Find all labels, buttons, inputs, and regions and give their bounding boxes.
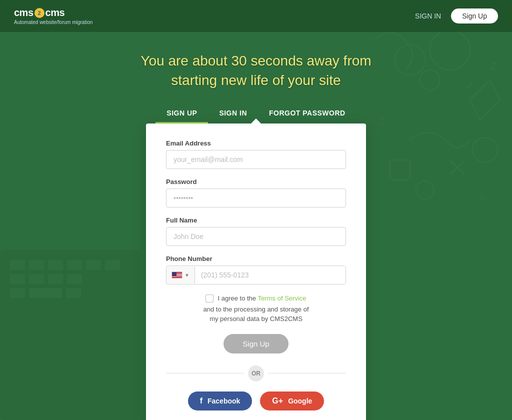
header-signup-button[interactable]: Sign Up	[451, 8, 498, 24]
fullname-group: Full Name	[166, 216, 346, 246]
tos-link[interactable]: Terms of Service	[258, 294, 306, 302]
tos-text: I agree to the Terms of Service	[218, 294, 306, 304]
tab-bar: SIGN UP SIGN IN FORGOT PASSWORD	[156, 104, 356, 124]
logo-tagline: Automated website/forum migration	[14, 20, 92, 25]
hero-title-line2: starting new life of your site	[171, 72, 340, 88]
fullname-label: Full Name	[166, 216, 346, 224]
or-line-right	[268, 373, 346, 374]
tos-text-1: I agree to the	[218, 294, 258, 302]
tos-section: I agree to the Terms of Service and to t…	[166, 294, 346, 324]
or-divider: OR	[166, 366, 346, 382]
hero-title: You are about 30 seconds away from start…	[140, 51, 371, 90]
password-input[interactable]	[166, 188, 346, 208]
us-flag-icon	[172, 272, 182, 278]
logo-cms2: cms	[46, 7, 65, 18]
tos-text-3: my personal data by CMS2CMS	[210, 314, 302, 324]
or-line-left	[166, 373, 244, 374]
email-input[interactable]	[166, 150, 346, 169]
google-icon: G+	[272, 396, 283, 406]
main-content: You are about 30 seconds away from start…	[0, 32, 512, 420]
password-label: Password	[166, 178, 346, 186]
phone-label: Phone Number	[166, 255, 346, 262]
logo-text: cms 2 cms	[14, 7, 92, 18]
phone-input-wrapper: ▼	[166, 266, 346, 284]
tab-forgot-password[interactable]: FORGOT PASSWORD	[258, 104, 356, 124]
facebook-label: Facebook	[208, 397, 240, 405]
email-label: Email Address	[166, 140, 346, 147]
email-group: Email Address	[166, 140, 346, 169]
social-buttons: f Facebook G+ Google	[166, 392, 346, 410]
logo-cms1: cms	[14, 7, 34, 18]
tos-text-2: and to the processing and storage of	[203, 304, 308, 314]
logo: cms 2 cms Automated website/forum migrat…	[14, 7, 92, 25]
facebook-signup-button[interactable]: f Facebook	[188, 392, 252, 410]
fullname-input[interactable]	[166, 227, 346, 246]
signup-form-card: Email Address Password Full Name Phone N…	[146, 124, 366, 420]
tab-signin[interactable]: SIGN IN	[208, 104, 258, 124]
header-signin-link[interactable]: SIGN IN	[415, 12, 441, 20]
phone-input[interactable]	[195, 266, 346, 284]
phone-flag-selector[interactable]: ▼	[166, 266, 195, 284]
header: cms 2 cms Automated website/forum migrat…	[0, 0, 512, 32]
phone-dropdown-arrow: ▼	[184, 272, 190, 278]
or-label: OR	[248, 366, 264, 382]
logo-arrow: 2	[34, 8, 44, 18]
google-signup-button[interactable]: G+ Google	[260, 392, 324, 410]
tab-signup[interactable]: SIGN UP	[156, 104, 208, 124]
tos-checkbox[interactable]	[206, 294, 214, 302]
tos-row: I agree to the Terms of Service	[206, 294, 306, 304]
password-group: Password	[166, 178, 346, 208]
facebook-icon: f	[200, 396, 202, 406]
signup-submit-button[interactable]: Sign Up	[224, 334, 288, 354]
phone-group: Phone Number ▼	[166, 255, 346, 284]
header-nav: SIGN IN Sign Up	[415, 8, 498, 24]
hero-title-line1: You are about 30 seconds away from	[140, 53, 371, 68]
google-label: Google	[288, 397, 312, 405]
